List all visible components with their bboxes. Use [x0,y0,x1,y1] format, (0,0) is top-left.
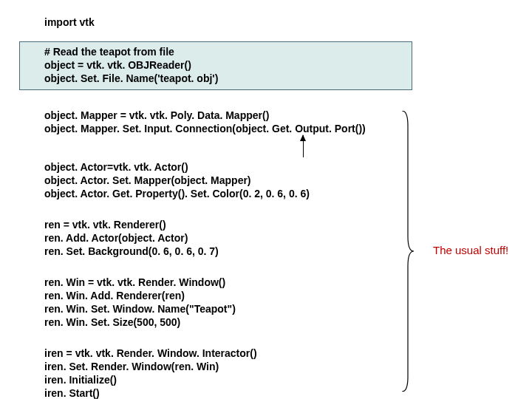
code-line: ren. Add. Actor(object. Actor) [44,232,188,245]
code-line: iren. Set. Render. Window(ren. Win) [44,361,219,374]
curly-brace-icon [400,111,415,392]
code-line: object. Mapper. Set. Input. Connection(o… [44,123,366,136]
code-line: iren. Initialize() [44,374,117,387]
code-line: ren = vtk. vtk. Renderer() [44,219,166,232]
code-line: object = vtk. vtk. OBJReader() [44,59,191,72]
slide: import vtk # Read the teapot from file o… [0,0,532,399]
code-line: ren. Set. Background(0. 6, 0. 6, 0. 7) [44,245,219,259]
code-line: import vtk [44,16,95,30]
code-line: object. Actor=vtk. vtk. Actor() [44,161,188,174]
code-line: object. Actor. Get. Property(). Set. Col… [44,188,310,201]
code-line: ren. Win = vtk. vtk. Render. Window() [44,276,225,290]
code-line: object. Set. File. Name('teapot. obj') [44,72,218,86]
annotation-text: The usual stuff! [433,244,508,256]
code-line: ren. Win. Add. Renderer(ren) [44,290,185,303]
arrow-up-icon [303,135,304,157]
code-line: ren. Win. Set. Size(500, 500) [44,316,180,330]
code-line: # Read the teapot from file [44,46,174,59]
code-line: iren. Start() [44,387,100,399]
code-line: object. Actor. Set. Mapper(object. Mappe… [44,174,251,188]
code-line: iren = vtk. vtk. Render. Window. Interac… [44,347,257,361]
code-line: ren. Win. Set. Window. Name("Teapot") [44,303,236,316]
code-line: object. Mapper = vtk. vtk. Poly. Data. M… [44,109,269,123]
